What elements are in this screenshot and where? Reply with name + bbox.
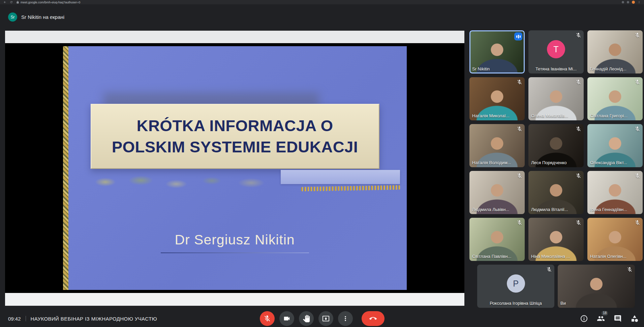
- participant-tile[interactable]: Ірина Геннадіївн...: [587, 171, 643, 214]
- slide: KRÓTKA INFORMACJA O POLSKIM SYSTEMIE EDU…: [63, 46, 407, 290]
- participant-name: Роксолана Ігорівна Шпіца: [480, 301, 552, 306]
- participant-tile[interactable]: Олена Миколаїв...: [528, 77, 584, 120]
- refresh-icon[interactable]: [10, 1, 13, 4]
- participant-name: Наталія Олегівн...: [590, 254, 640, 259]
- participant-name: Sr Nikitin: [472, 66, 522, 71]
- more-options-button[interactable]: [338, 311, 353, 326]
- mic-off-icon: [517, 173, 522, 179]
- mic-mute-button[interactable]: [260, 311, 275, 326]
- participant-tile[interactable]: Людмила Львівн...: [469, 171, 525, 214]
- participant-tile[interactable]: Наталія Олегівн...: [587, 218, 643, 261]
- participants-grid: Sr NikitinTТетяна Іванівна Мі...Геннадій…: [469, 30, 643, 261]
- slide-decorative-band: [86, 171, 400, 193]
- present-button[interactable]: [318, 311, 333, 326]
- participants-button[interactable]: 18: [597, 315, 605, 323]
- participant-tile[interactable]: Ви: [558, 265, 635, 308]
- speaking-indicator: [514, 32, 522, 40]
- participant-tile[interactable]: Олександра Вікт...: [587, 124, 643, 167]
- participant-tile[interactable]: Ніна Миколаївна ...: [528, 218, 584, 261]
- present-screen-icon: [322, 315, 330, 322]
- participant-tile[interactable]: Світлана Григорі...: [587, 77, 643, 120]
- presenter-avatar: Sr: [8, 12, 17, 22]
- profile-avatar[interactable]: [632, 1, 635, 4]
- meeting-title: НАУКОВИЙ ВЕБІНАР ІЗ МІЖНАРОДНОЮ УЧАСТЮ: [31, 316, 157, 322]
- blue-panel: [281, 170, 400, 184]
- mic-off-icon: [264, 315, 271, 322]
- info-icon: [580, 315, 588, 323]
- participant-name: Геннадій Леонід...: [590, 66, 640, 71]
- leave-call-button[interactable]: [362, 311, 385, 326]
- slide-underline: [161, 252, 309, 253]
- presentation-top-strip: [5, 31, 464, 43]
- videocam-icon: [283, 315, 290, 322]
- mic-off-icon: [635, 173, 640, 179]
- participant-name: Ірина Геннадіївн...: [590, 207, 640, 212]
- raise-hand-button[interactable]: [299, 311, 314, 326]
- extension-icon[interactable]: [627, 1, 629, 3]
- extension-icon[interactable]: [622, 1, 624, 3]
- mic-off-icon: [576, 79, 581, 85]
- meet-page: Sr Sr Nikitin на екрані KRÓTKA INFORMACJ…: [0, 4, 644, 327]
- mic-off-icon: [627, 267, 633, 272]
- participant-name: Леся Порядченко: [531, 160, 581, 165]
- divider: [26, 316, 26, 321]
- mic-off-icon: [546, 267, 552, 272]
- activities-button[interactable]: [631, 315, 639, 323]
- participant-tile[interactable]: Людмила Віталії...: [528, 171, 584, 214]
- mic-off-icon: [635, 126, 640, 132]
- participant-tile[interactable]: Леся Порядченко: [528, 124, 584, 167]
- hand-icon: [303, 315, 310, 322]
- meeting-panels: 18: [580, 310, 639, 327]
- participant-name: Ніна Миколаївна ...: [531, 254, 581, 259]
- slide-title-box: KRÓTKA INFORMACJA O POLSKIM SYSTEMIE EDU…: [91, 104, 379, 169]
- mic-off-icon: [576, 32, 581, 38]
- call-end-icon: [369, 315, 377, 322]
- lock-icon: [16, 1, 19, 4]
- address-bar[interactable]: meet.google.com/bmh-eiuq-haq?authuser=0: [16, 1, 80, 4]
- participant-name: Ви: [560, 301, 632, 306]
- participants-sidebar: Sr NikitinTТетяна Іванівна Мі...Геннадій…: [469, 30, 643, 308]
- participant-name: Світлана Павлівн...: [472, 254, 522, 259]
- browser-actions: [622, 1, 641, 4]
- participant-avatar: P: [507, 274, 525, 293]
- participant-name: Наталія Миколаї...: [472, 113, 522, 118]
- participant-name: Людмила Львівн...: [472, 207, 522, 212]
- participant-name: Людмила Віталії...: [531, 207, 581, 212]
- presenting-banner: Sr Sr Nikitin на екрані: [8, 12, 64, 22]
- participant-name: Олександра Вікт...: [590, 160, 640, 165]
- participant-name: Олена Миколаїв...: [531, 113, 581, 118]
- slide-presenter-name: Dr Sergiusz Nikitin: [63, 232, 407, 248]
- meeting-info: 09:42 НАУКОВИЙ ВЕБІНАР ІЗ МІЖНАРОДНОЮ УЧ…: [8, 310, 157, 327]
- participant-tile[interactable]: PРоксолана Ігорівна Шпіца: [477, 265, 554, 308]
- slide-title-line1: KRÓTKA INFORMACJA O: [136, 115, 333, 136]
- participant-tile[interactable]: TТетяна Іванівна Мі...: [528, 30, 584, 73]
- participant-name: Наталія Володим...: [472, 160, 522, 165]
- participant-tile[interactable]: Наталія Володим...: [469, 124, 525, 167]
- chat-button[interactable]: [614, 315, 622, 323]
- mic-off-icon: [576, 173, 581, 179]
- call-controls: [260, 310, 385, 327]
- mic-off-icon: [517, 79, 522, 85]
- participant-avatar: T: [547, 40, 565, 58]
- slide-title-line2: POLSKIM SYSTEMIE EDUKACJI: [112, 137, 358, 157]
- participant-tile[interactable]: Наталія Миколаї...: [469, 77, 525, 120]
- participant-name: Світлана Григорі...: [590, 113, 640, 118]
- mic-off-icon: [576, 126, 581, 132]
- participant-tile[interactable]: Світлана Павлівн...: [469, 218, 525, 261]
- slide-decorative-border: [63, 46, 68, 290]
- leaf-pattern: [86, 174, 283, 190]
- meeting-details-button[interactable]: [580, 315, 588, 323]
- presentation-bottom-strip: [5, 293, 464, 306]
- participant-tile[interactable]: Sr Nikitin: [469, 30, 525, 73]
- clock: 09:42: [8, 316, 21, 322]
- participant-tile[interactable]: Геннадій Леонід...: [587, 30, 643, 73]
- back-icon[interactable]: [3, 1, 6, 4]
- mic-off-icon: [635, 220, 640, 226]
- more-vert-icon: [342, 315, 349, 322]
- url-text: meet.google.com/bmh-eiuq-haq?authuser=0: [21, 1, 80, 4]
- browser-menu-icon[interactable]: [638, 1, 641, 4]
- mic-off-icon: [635, 79, 640, 85]
- participant-name: Тетяна Іванівна Мі...: [531, 66, 581, 71]
- people-icon: [597, 315, 605, 323]
- camera-button[interactable]: [279, 311, 294, 326]
